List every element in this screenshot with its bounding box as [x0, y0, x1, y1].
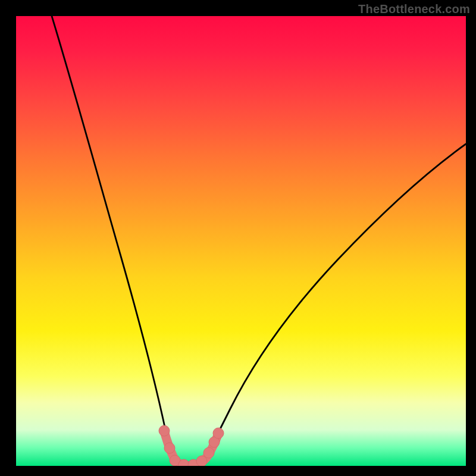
right-curve — [201, 144, 466, 465]
chart-svg — [16, 16, 466, 466]
svg-point-8 — [213, 428, 224, 439]
watermark-text: TheBottleneck.com — [358, 2, 470, 16]
left-curve — [52, 16, 178, 465]
outer-frame: TheBottleneck.com — [0, 0, 476, 476]
svg-point-6 — [203, 447, 214, 458]
svg-point-1 — [164, 443, 175, 453]
svg-point-0 — [159, 425, 170, 436]
trough-points — [159, 425, 224, 466]
plot-area — [16, 16, 466, 466]
